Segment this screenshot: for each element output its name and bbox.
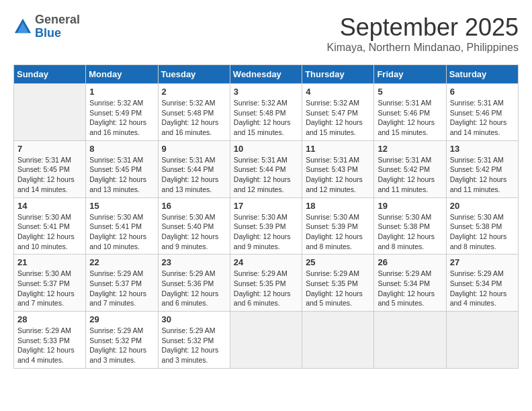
day-cell: 28Sunrise: 5:29 AMSunset: 5:33 PMDayligh… — [14, 312, 86, 369]
day-cell: 19Sunrise: 5:30 AMSunset: 5:38 PMDayligh… — [374, 197, 446, 255]
day-number: 28 — [17, 314, 82, 324]
day-detail: Sunrise: 5:30 AMSunset: 5:37 PMDaylight:… — [17, 269, 82, 308]
day-cell: 30Sunrise: 5:29 AMSunset: 5:32 PMDayligh… — [158, 312, 230, 369]
day-number: 4 — [306, 87, 370, 97]
day-number: 5 — [378, 87, 442, 97]
day-number: 19 — [378, 201, 442, 211]
day-cell: 25Sunrise: 5:29 AMSunset: 5:35 PMDayligh… — [302, 255, 374, 312]
day-detail: Sunrise: 5:29 AMSunset: 5:32 PMDaylight:… — [162, 326, 226, 365]
week-row-4: 21Sunrise: 5:30 AMSunset: 5:37 PMDayligh… — [14, 255, 519, 312]
logo-blue-text: Blue — [35, 26, 61, 40]
day-cell: 2Sunrise: 5:32 AMSunset: 5:48 PMDaylight… — [158, 84, 230, 141]
day-number: 29 — [89, 314, 154, 324]
day-cell: 11Sunrise: 5:31 AMSunset: 5:43 PMDayligh… — [302, 140, 374, 197]
day-cell: 17Sunrise: 5:30 AMSunset: 5:39 PMDayligh… — [230, 197, 302, 255]
day-cell: 8Sunrise: 5:31 AMSunset: 5:45 PMDaylight… — [86, 140, 158, 197]
day-detail: Sunrise: 5:29 AMSunset: 5:35 PMDaylight:… — [234, 269, 298, 308]
day-number: 10 — [234, 144, 298, 154]
day-detail: Sunrise: 5:32 AMSunset: 5:47 PMDaylight:… — [306, 98, 370, 138]
day-number: 8 — [89, 144, 154, 154]
day-number: 12 — [378, 144, 442, 154]
day-number: 17 — [234, 201, 298, 211]
day-cell: 22Sunrise: 5:29 AMSunset: 5:37 PMDayligh… — [86, 255, 158, 312]
day-number: 23 — [162, 257, 226, 267]
day-cell: 27Sunrise: 5:29 AMSunset: 5:34 PMDayligh… — [446, 255, 518, 312]
day-cell: 3Sunrise: 5:32 AMSunset: 5:48 PMDaylight… — [230, 84, 302, 141]
day-cell — [446, 312, 518, 369]
day-number: 11 — [306, 144, 370, 154]
day-cell: 10Sunrise: 5:31 AMSunset: 5:44 PMDayligh… — [230, 140, 302, 197]
week-row-3: 14Sunrise: 5:30 AMSunset: 5:41 PMDayligh… — [14, 197, 519, 255]
day-cell: 15Sunrise: 5:30 AMSunset: 5:41 PMDayligh… — [86, 197, 158, 255]
header-day-wednesday: Wednesday — [230, 65, 302, 84]
day-number: 27 — [450, 257, 515, 267]
day-detail: Sunrise: 5:31 AMSunset: 5:42 PMDaylight:… — [450, 155, 515, 195]
header-day-monday: Monday — [86, 65, 158, 84]
day-number: 14 — [17, 201, 82, 211]
day-cell: 20Sunrise: 5:30 AMSunset: 5:38 PMDayligh… — [446, 197, 518, 255]
day-detail: Sunrise: 5:30 AMSunset: 5:38 PMDaylight:… — [378, 212, 442, 252]
day-number: 25 — [306, 257, 370, 267]
day-cell: 24Sunrise: 5:29 AMSunset: 5:35 PMDayligh… — [230, 255, 302, 312]
day-cell: 13Sunrise: 5:31 AMSunset: 5:42 PMDayligh… — [446, 140, 518, 197]
day-number: 9 — [162, 144, 226, 154]
week-row-2: 7Sunrise: 5:31 AMSunset: 5:45 PMDaylight… — [14, 140, 519, 197]
day-cell — [230, 312, 302, 369]
header-row: SundayMondayTuesdayWednesdayThursdayFrid… — [14, 65, 519, 84]
day-cell: 21Sunrise: 5:30 AMSunset: 5:37 PMDayligh… — [14, 255, 86, 312]
day-detail: Sunrise: 5:29 AMSunset: 5:34 PMDaylight:… — [450, 269, 515, 308]
day-detail: Sunrise: 5:29 AMSunset: 5:35 PMDaylight:… — [306, 269, 370, 308]
day-detail: Sunrise: 5:30 AMSunset: 5:38 PMDaylight:… — [450, 212, 515, 252]
day-number: 2 — [162, 87, 226, 97]
day-detail: Sunrise: 5:29 AMSunset: 5:36 PMDaylight:… — [162, 269, 226, 308]
day-cell: 7Sunrise: 5:31 AMSunset: 5:45 PMDaylight… — [14, 140, 86, 197]
day-number: 1 — [89, 87, 154, 97]
day-cell — [302, 312, 374, 369]
day-cell: 12Sunrise: 5:31 AMSunset: 5:42 PMDayligh… — [374, 140, 446, 197]
day-cell: 26Sunrise: 5:29 AMSunset: 5:34 PMDayligh… — [374, 255, 446, 312]
day-number: 21 — [17, 257, 82, 267]
header-day-saturday: Saturday — [446, 65, 518, 84]
day-number: 30 — [162, 314, 226, 324]
day-number: 20 — [450, 201, 515, 211]
day-cell — [374, 312, 446, 369]
day-cell: 16Sunrise: 5:30 AMSunset: 5:40 PMDayligh… — [158, 197, 230, 255]
day-cell — [14, 84, 86, 141]
day-detail: Sunrise: 5:31 AMSunset: 5:45 PMDaylight:… — [89, 155, 154, 195]
day-detail: Sunrise: 5:32 AMSunset: 5:48 PMDaylight:… — [162, 98, 226, 138]
day-detail: Sunrise: 5:32 AMSunset: 5:48 PMDaylight:… — [234, 98, 298, 138]
day-cell: 14Sunrise: 5:30 AMSunset: 5:41 PMDayligh… — [14, 197, 86, 255]
day-detail: Sunrise: 5:30 AMSunset: 5:41 PMDaylight:… — [17, 212, 82, 252]
header-day-thursday: Thursday — [302, 65, 374, 84]
day-cell: 4Sunrise: 5:32 AMSunset: 5:47 PMDaylight… — [302, 84, 374, 141]
day-detail: Sunrise: 5:31 AMSunset: 5:46 PMDaylight:… — [378, 98, 442, 138]
day-detail: Sunrise: 5:30 AMSunset: 5:39 PMDaylight:… — [306, 212, 370, 252]
day-cell: 18Sunrise: 5:30 AMSunset: 5:39 PMDayligh… — [302, 197, 374, 255]
day-cell: 29Sunrise: 5:29 AMSunset: 5:32 PMDayligh… — [86, 312, 158, 369]
logo-icon — [13, 17, 32, 36]
page-header: General Blue September 2025 Kimaya, Nort… — [13, 13, 519, 54]
day-number: 18 — [306, 201, 370, 211]
day-number: 3 — [234, 87, 298, 97]
location-title: Kimaya, Northern Mindanao, Philippines — [327, 42, 519, 54]
day-detail: Sunrise: 5:30 AMSunset: 5:41 PMDaylight:… — [89, 212, 154, 252]
day-cell: 1Sunrise: 5:32 AMSunset: 5:49 PMDaylight… — [86, 84, 158, 141]
day-cell: 5Sunrise: 5:31 AMSunset: 5:46 PMDaylight… — [374, 84, 446, 141]
calendar-table: SundayMondayTuesdayWednesdayThursdayFrid… — [13, 64, 519, 369]
header-day-tuesday: Tuesday — [158, 65, 230, 84]
day-detail: Sunrise: 5:31 AMSunset: 5:46 PMDaylight:… — [450, 98, 515, 138]
day-detail: Sunrise: 5:30 AMSunset: 5:39 PMDaylight:… — [234, 212, 298, 252]
header-day-friday: Friday — [374, 65, 446, 84]
day-detail: Sunrise: 5:31 AMSunset: 5:45 PMDaylight:… — [17, 155, 82, 195]
day-number: 24 — [234, 257, 298, 267]
day-number: 16 — [162, 201, 226, 211]
day-detail: Sunrise: 5:29 AMSunset: 5:33 PMDaylight:… — [17, 326, 82, 365]
day-detail: Sunrise: 5:30 AMSunset: 5:40 PMDaylight:… — [162, 212, 226, 252]
week-row-1: 1Sunrise: 5:32 AMSunset: 5:49 PMDaylight… — [14, 84, 519, 141]
day-detail: Sunrise: 5:31 AMSunset: 5:42 PMDaylight:… — [378, 155, 442, 195]
logo-general-text: General — [35, 13, 80, 26]
day-detail: Sunrise: 5:31 AMSunset: 5:44 PMDaylight:… — [234, 155, 298, 195]
title-section: September 2025 Kimaya, Northern Mindanao… — [327, 13, 519, 54]
day-number: 13 — [450, 144, 515, 154]
header-day-sunday: Sunday — [14, 65, 86, 84]
